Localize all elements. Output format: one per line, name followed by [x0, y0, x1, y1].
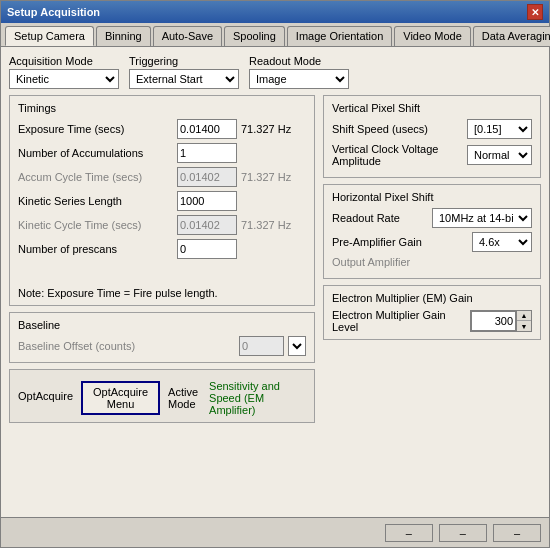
acquisition-mode-label: Acquisition Mode	[9, 55, 119, 67]
kinetic-length-input[interactable]	[177, 191, 237, 211]
optacquire-box: OptAcquire OptAcquire Menu Active Mode S…	[9, 369, 315, 423]
output-amp-label: Output Amplifier	[332, 256, 410, 268]
em-spinners: ▲ ▼	[516, 311, 531, 331]
readout-rate-select[interactable]: 10MHz at 14-bit	[432, 208, 532, 228]
close-button[interactable]: ✕	[527, 4, 543, 20]
pre-amp-gain-label: Pre-Amplifier Gain	[332, 236, 468, 248]
em-level-input-group: ▲ ▼	[470, 310, 532, 332]
main-content: Acquisition Mode Kinetic Triggering Exte…	[1, 47, 549, 517]
shift-speed-row: Shift Speed (usecs) [0.15]	[332, 119, 532, 139]
acquisition-mode-group: Acquisition Mode Kinetic	[9, 55, 119, 89]
tab-setup-camera[interactable]: Setup Camera	[5, 26, 94, 46]
left-panel: Timings Exposure Time (secs) 71.327 Hz N…	[9, 95, 315, 509]
right-panel: Vertical Pixel Shift Shift Speed (usecs)…	[323, 95, 541, 509]
timing-row-kinetic-length: Kinetic Series Length	[18, 191, 306, 211]
shift-speed-select[interactable]: [0.15]	[467, 119, 532, 139]
tab-spooling[interactable]: Spooling	[224, 26, 285, 46]
readout-mode-label: Readout Mode	[249, 55, 349, 67]
output-amplifier-row: Output Amplifier	[332, 256, 532, 268]
baseline-title: Baseline	[18, 319, 306, 331]
num-accumulations-label: Number of Accumulations	[18, 147, 173, 159]
kinetic-length-label: Kinetic Series Length	[18, 195, 173, 207]
timing-row-exposure: Exposure Time (secs) 71.327 Hz	[18, 119, 306, 139]
vcva-row: Vertical Clock Voltage Amplitude Normal	[332, 143, 532, 167]
pre-amp-gain-select[interactable]: 4.6x	[472, 232, 532, 252]
exposure-time-input[interactable]	[177, 119, 237, 139]
prescans-input[interactable]	[177, 239, 237, 259]
top-controls-row: Acquisition Mode Kinetic Triggering Exte…	[9, 55, 541, 89]
prescans-label: Number of prescans	[18, 243, 173, 255]
timing-row-prescans: Number of prescans	[18, 239, 306, 259]
accum-cycle-hz: 71.327 Hz	[241, 171, 306, 183]
exposure-time-hz: 71.327 Hz	[241, 123, 306, 135]
tab-auto-save[interactable]: Auto-Save	[153, 26, 222, 46]
optacquire-mode-text: Sensitivity and Speed (EM Amplifier)	[209, 380, 306, 416]
triggering-select[interactable]: External Start	[129, 69, 239, 89]
kinetic-cycle-hz: 71.327 Hz	[241, 219, 306, 231]
main-area: Timings Exposure Time (secs) 71.327 Hz N…	[9, 95, 541, 509]
em-increment-button[interactable]: ▲	[517, 311, 531, 321]
vcva-label: Vertical Clock Voltage Amplitude	[332, 143, 463, 167]
baseline-offset-row: Baseline Offset (counts)	[18, 336, 306, 356]
accum-cycle-input	[177, 167, 237, 187]
accum-cycle-label: Accum Cycle Time (secs)	[18, 171, 173, 183]
tab-video-mode[interactable]: Video Mode	[394, 26, 471, 46]
acquisition-mode-select[interactable]: Kinetic	[9, 69, 119, 89]
em-gain-title: Electron Multiplier (EM) Gain	[332, 292, 532, 304]
readout-mode-group: Readout Mode Image	[249, 55, 349, 89]
title-bar: Setup Acquisition ✕	[1, 1, 549, 23]
window-title: Setup Acquisition	[7, 6, 100, 18]
em-decrement-button[interactable]: ▼	[517, 321, 531, 331]
active-mode-label: Active Mode	[168, 386, 201, 410]
num-accumulations-input[interactable]	[177, 143, 237, 163]
bottom-button-bar: – – –	[1, 517, 549, 547]
timing-row-kinetic-cycle: Kinetic Cycle Time (secs) 71.327 Hz	[18, 215, 306, 235]
kinetic-cycle-input	[177, 215, 237, 235]
optacquire-title: OptAcquire	[18, 390, 73, 402]
optacquire-menu-button[interactable]: OptAcquire Menu	[81, 381, 160, 415]
bottom-button-2[interactable]: –	[439, 524, 487, 542]
bottom-button-3[interactable]: –	[493, 524, 541, 542]
vertical-pixel-shift-box: Vertical Pixel Shift Shift Speed (usecs)…	[323, 95, 541, 178]
tab-bar: Setup Camera Binning Auto-Save Spooling …	[1, 23, 549, 47]
timing-row-accum-cycle: Accum Cycle Time (secs) 71.327 Hz	[18, 167, 306, 187]
readout-rate-label: Readout Rate	[332, 212, 428, 224]
bottom-button-1[interactable]: –	[385, 524, 433, 542]
exposure-time-label: Exposure Time (secs)	[18, 123, 173, 135]
baseline-offset-input	[239, 336, 284, 356]
readout-mode-select[interactable]: Image	[249, 69, 349, 89]
tab-image-orientation[interactable]: Image Orientation	[287, 26, 392, 46]
timing-row-accumulations: Number of Accumulations	[18, 143, 306, 163]
baseline-offset-label: Baseline Offset (counts)	[18, 340, 235, 352]
shift-speed-label: Shift Speed (usecs)	[332, 123, 463, 135]
vcva-select[interactable]: Normal	[467, 145, 532, 165]
vps-title: Vertical Pixel Shift	[332, 102, 532, 114]
baseline-box: Baseline Baseline Offset (counts)	[9, 312, 315, 363]
triggering-group: Triggering External Start	[129, 55, 239, 89]
em-level-label: Electron Multiplier Gain Level	[332, 309, 466, 333]
readout-rate-row: Readout Rate 10MHz at 14-bit	[332, 208, 532, 228]
baseline-offset-select[interactable]	[288, 336, 306, 356]
em-gain-box: Electron Multiplier (EM) Gain Electron M…	[323, 285, 541, 340]
setup-acquisition-window: Setup Acquisition ✕ Setup Camera Binning…	[0, 0, 550, 548]
exposure-note: Note: Exposure Time = Fire pulse length.	[18, 287, 306, 299]
tab-binning[interactable]: Binning	[96, 26, 151, 46]
hps-title: Horizontal Pixel Shift	[332, 191, 532, 203]
triggering-label: Triggering	[129, 55, 239, 67]
pre-amp-gain-row: Pre-Amplifier Gain 4.6x	[332, 232, 532, 252]
timings-box: Timings Exposure Time (secs) 71.327 Hz N…	[9, 95, 315, 306]
em-level-input[interactable]	[471, 311, 516, 331]
timings-title: Timings	[18, 102, 306, 114]
horizontal-pixel-shift-box: Horizontal Pixel Shift Readout Rate 10MH…	[323, 184, 541, 279]
tab-data-averaging-filters[interactable]: Data Averaging Filters	[473, 26, 550, 46]
kinetic-cycle-label: Kinetic Cycle Time (secs)	[18, 219, 173, 231]
em-level-row: Electron Multiplier Gain Level ▲ ▼	[332, 309, 532, 333]
